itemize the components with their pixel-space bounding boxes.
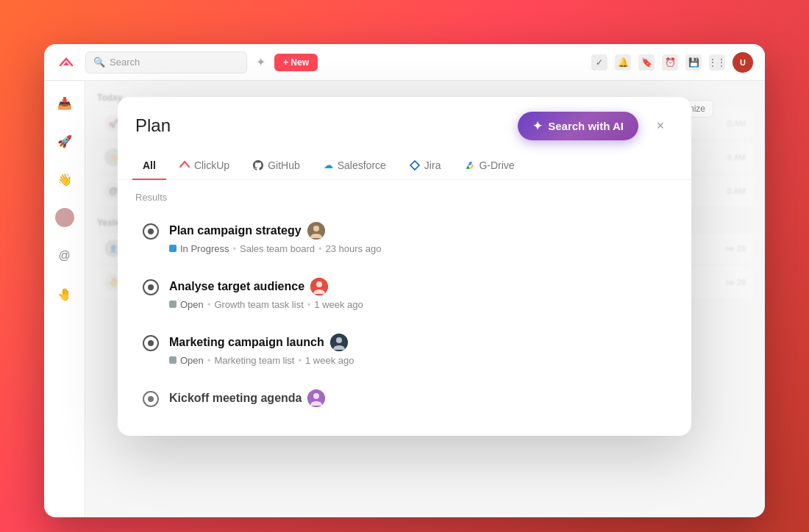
meta-sep: • <box>207 355 211 366</box>
result-radio-3 <box>143 335 159 351</box>
status-dot-open <box>169 301 177 308</box>
result-status-text-3: Open <box>180 355 204 366</box>
jira-tab-icon <box>410 160 420 170</box>
result-title-3: Marketing campaign launch <box>169 336 324 349</box>
modal-results: Results Plan campaign strategy <box>118 180 691 436</box>
radio-inner <box>148 229 154 234</box>
result-avatar-3 <box>330 334 348 351</box>
tab-jira[interactable]: Jira <box>399 152 452 180</box>
result-meta-1: In Progress • Sales team board • 23 hour… <box>169 243 666 254</box>
result-content-4: Kickoff meeting agenda <box>169 389 666 411</box>
result-avatar-1 <box>307 222 325 240</box>
result-status-3: Open <box>169 355 204 366</box>
result-title-1: Plan campaign strategy <box>169 224 302 237</box>
tab-clickup[interactable]: ClickUp <box>169 152 240 180</box>
tab-gdrive-label: G-Drive <box>479 159 514 171</box>
tab-clickup-label: ClickUp <box>194 159 229 171</box>
svg-point-4 <box>316 281 322 287</box>
result-item-4[interactable]: Kickoff meeting agenda <box>135 379 674 421</box>
github-tab-icon <box>253 160 263 170</box>
tab-salesforce-label: Salesforce <box>338 159 386 171</box>
result-title-4: Kickoff meeting agenda <box>169 392 302 405</box>
salesforce-tab-icon: ☁ <box>324 159 333 170</box>
radio-inner <box>148 340 154 346</box>
meta-sep: • <box>207 299 211 310</box>
result-location-2: Growth team task list <box>214 299 303 310</box>
result-item-3[interactable]: Marketing campaign launch Ope <box>135 323 674 376</box>
result-time-2: 1 week ago <box>314 299 363 310</box>
modal-tabs: All ClickUp GitHub ☁ Salesforce <box>118 152 691 180</box>
result-status-2: Open <box>169 299 204 310</box>
gdrive-tab-icon <box>464 160 474 170</box>
result-status-text-1: In Progress <box>180 243 229 254</box>
svg-point-2 <box>313 226 319 231</box>
result-radio-2 <box>143 279 159 295</box>
tab-github-label: GitHub <box>268 159 300 171</box>
svg-marker-0 <box>410 161 419 170</box>
modal-search-input[interactable] <box>135 115 509 136</box>
result-item-1[interactable]: Plan campaign strategy <box>135 212 674 265</box>
result-time-1: 23 hours ago <box>326 243 382 254</box>
results-label: Results <box>135 192 674 203</box>
modal-header: ✦ Search with AI × <box>118 97 691 140</box>
meta-sep: • <box>298 355 302 366</box>
tab-jira-label: Jira <box>424 159 441 171</box>
result-item-2[interactable]: Analyse target audience Open <box>135 267 674 320</box>
result-radio-1 <box>143 223 159 240</box>
result-status-1: In Progress <box>169 243 229 254</box>
close-icon: × <box>657 118 665 134</box>
radio-inner <box>148 284 154 290</box>
avatar-image-4 <box>307 389 325 407</box>
tab-all[interactable]: All <box>132 152 166 180</box>
avatar-image-2 <box>310 278 328 295</box>
result-content-3: Marketing campaign launch Ope <box>169 334 666 366</box>
tab-gdrive[interactable]: G-Drive <box>454 152 524 180</box>
result-content-1: Plan campaign strategy <box>169 222 666 254</box>
result-content-2: Analyse target audience Open <box>169 278 666 310</box>
tab-all-label: All <box>143 159 156 171</box>
result-title-row-1: Plan campaign strategy <box>169 222 666 240</box>
result-avatar-4 <box>307 389 325 407</box>
svg-point-6 <box>336 337 342 343</box>
search-ai-label: Search with AI <box>548 120 624 132</box>
modal-close-button[interactable]: × <box>647 112 674 139</box>
tab-github[interactable]: GitHub <box>243 152 310 180</box>
result-status-text-2: Open <box>180 299 204 310</box>
result-title-2: Analyse target audience <box>169 280 304 293</box>
meta-sep: • <box>307 299 311 310</box>
result-location-3: Marketing team list <box>214 355 294 366</box>
result-avatar-2 <box>310 278 328 295</box>
modal-overlay: ✦ Search with AI × All ClickUp <box>0 0 809 532</box>
radio-inner <box>148 396 154 402</box>
result-meta-3: Open • Marketing team list • 1 week ago <box>169 355 666 366</box>
result-radio-4 <box>143 391 159 407</box>
svg-point-8 <box>313 393 319 399</box>
meta-sep: • <box>232 243 236 254</box>
search-ai-button[interactable]: ✦ Search with AI <box>518 112 638 140</box>
result-title-row-4: Kickoff meeting agenda <box>169 389 666 407</box>
result-meta-2: Open • Growth team task list • 1 week ag… <box>169 299 666 310</box>
clickup-tab-icon <box>179 160 190 170</box>
status-dot-open <box>169 356 177 364</box>
result-title-row-2: Analyse target audience <box>169 278 666 295</box>
result-location-1: Sales team board <box>240 243 315 254</box>
sparkle-icon: ✦ <box>532 119 542 133</box>
status-dot-in-progress <box>169 245 177 252</box>
result-title-row-3: Marketing campaign launch <box>169 334 666 351</box>
tab-salesforce[interactable]: ☁ Salesforce <box>313 152 396 180</box>
avatar-image-3 <box>330 334 348 351</box>
avatar-image-1 <box>307 222 325 240</box>
meta-sep: • <box>318 243 322 254</box>
result-time-3: 1 week ago <box>305 355 354 366</box>
search-modal: ✦ Search with AI × All ClickUp <box>118 97 691 436</box>
